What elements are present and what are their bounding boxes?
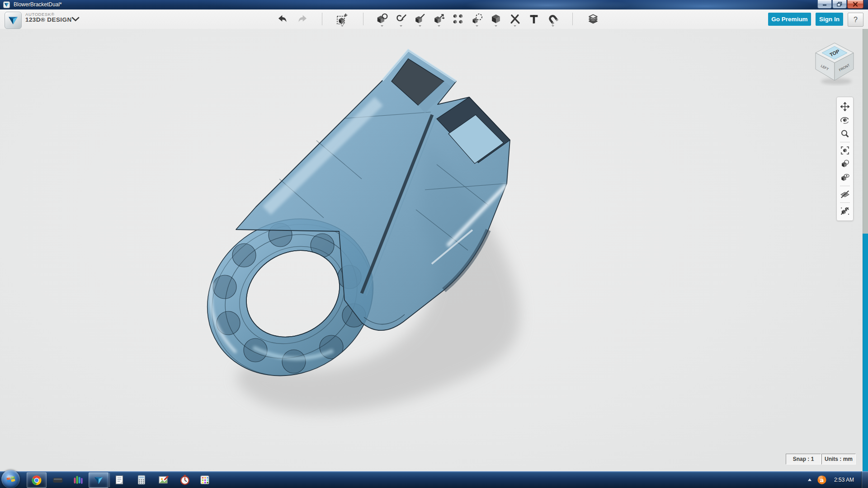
show-desktop-button[interactable] bbox=[861, 471, 868, 488]
grouping-icon bbox=[471, 13, 483, 25]
material-icon bbox=[587, 13, 599, 25]
minimize-button[interactable] bbox=[817, 0, 832, 9]
paint-icon bbox=[158, 474, 169, 485]
transform-button[interactable] bbox=[335, 11, 349, 27]
combine-icon bbox=[490, 13, 502, 25]
window-title: BlowerBracketDual* bbox=[14, 1, 62, 8]
taskbar-timer-button[interactable] bbox=[175, 472, 194, 487]
taskbar-device-button[interactable] bbox=[48, 472, 67, 487]
avast-icon: a bbox=[817, 475, 827, 485]
fit-button[interactable] bbox=[838, 144, 852, 157]
app-header: AUTODESK® 123D® DESIGN Go Premium Sign I… bbox=[0, 9, 868, 29]
taskbar-paint-button[interactable] bbox=[154, 472, 173, 487]
snap-icon bbox=[547, 13, 559, 25]
123d-logo-icon bbox=[7, 14, 19, 26]
calculator-icon bbox=[136, 474, 147, 485]
blower-bracket-model bbox=[0, 29, 868, 471]
primitives-button[interactable] bbox=[375, 11, 389, 27]
view-cube[interactable]: TOP LEFT FRONT bbox=[814, 41, 857, 86]
toolbar-separator bbox=[572, 13, 573, 25]
tray-expand-button[interactable] bbox=[805, 474, 814, 485]
taskbar-media-player-button[interactable] bbox=[69, 472, 88, 487]
units-setting[interactable]: Units : mm bbox=[821, 454, 856, 465]
primitives-icon bbox=[376, 13, 388, 25]
grid-toggle-button[interactable] bbox=[838, 188, 852, 201]
redo-button bbox=[296, 11, 310, 27]
taskbar-calculator-button[interactable] bbox=[132, 472, 151, 487]
go-premium-button[interactable]: Go Premium bbox=[768, 13, 811, 26]
desktop: BlowerBracketDual* bbox=[0, 0, 868, 488]
undo-button[interactable] bbox=[275, 11, 289, 27]
nav-separator bbox=[840, 186, 850, 186]
measure-icon bbox=[509, 13, 521, 25]
right-edge-strip-top bbox=[863, 29, 868, 234]
modify-icon bbox=[433, 13, 445, 25]
taskbar-clock[interactable]: 2:53 AM bbox=[830, 477, 859, 483]
snap-setting[interactable]: Snap : 1 bbox=[786, 454, 821, 465]
restore-button[interactable] bbox=[832, 0, 847, 9]
minimize-icon bbox=[822, 2, 827, 6]
device-icon bbox=[52, 474, 63, 485]
media-player-icon bbox=[73, 474, 84, 485]
avast-tray-button[interactable]: a bbox=[817, 475, 827, 485]
taskbar-notepad-button[interactable] bbox=[110, 472, 129, 487]
construct-icon bbox=[414, 13, 426, 25]
start-button[interactable] bbox=[1, 470, 20, 488]
material-button[interactable] bbox=[586, 11, 600, 27]
taskbar-grid-app-button[interactable] bbox=[195, 472, 214, 487]
redo-icon bbox=[297, 13, 309, 25]
text-button[interactable] bbox=[527, 11, 541, 27]
dropdown-caret-icon bbox=[381, 25, 383, 27]
close-button[interactable] bbox=[847, 0, 863, 9]
snap-button[interactable] bbox=[546, 11, 560, 27]
zoom-button[interactable] bbox=[838, 127, 852, 141]
hide-show-button[interactable] bbox=[838, 171, 852, 184]
dropdown-caret-icon bbox=[419, 25, 421, 27]
text-icon bbox=[528, 13, 540, 25]
measure-button[interactable] bbox=[508, 11, 522, 27]
grid-toggle-icon bbox=[840, 190, 849, 199]
window-titlebar[interactable]: BlowerBracketDual* bbox=[0, 0, 868, 10]
toolbar-separator bbox=[363, 13, 363, 25]
shading-button[interactable] bbox=[838, 157, 852, 171]
timer-icon bbox=[179, 474, 190, 485]
nav-separator bbox=[840, 142, 850, 142]
construct-button[interactable] bbox=[413, 11, 427, 27]
pattern-icon bbox=[452, 13, 464, 25]
pattern-button[interactable] bbox=[451, 11, 465, 27]
sign-in-button[interactable]: Sign In bbox=[816, 13, 843, 26]
shading-icon bbox=[840, 160, 849, 169]
sketch-button[interactable] bbox=[394, 11, 408, 27]
orbit-icon bbox=[840, 116, 849, 125]
orbit-button[interactable] bbox=[838, 113, 852, 127]
brand-text: AUTODESK® 123D® DESIGN bbox=[25, 12, 72, 23]
snap-toggle-icon bbox=[840, 206, 849, 216]
close-icon bbox=[853, 2, 858, 7]
right-edge-strip-accent bbox=[863, 234, 868, 471]
taskbar-chrome-button[interactable] bbox=[27, 472, 47, 488]
grouping-button[interactable] bbox=[470, 11, 484, 27]
app-menu-button[interactable] bbox=[71, 15, 80, 23]
snap-toggle-button[interactable] bbox=[838, 204, 852, 218]
combine-button[interactable] bbox=[489, 11, 503, 27]
undo-icon bbox=[276, 13, 288, 25]
toolbar-separator bbox=[322, 13, 322, 25]
123d-design-icon bbox=[93, 475, 104, 486]
viewport-canvas[interactable]: TOP LEFT FRONT Snap : 1 Units : mm bbox=[0, 29, 868, 471]
pan-button[interactable] bbox=[838, 100, 852, 113]
modify-button[interactable] bbox=[432, 11, 446, 27]
fit-icon bbox=[840, 146, 849, 155]
sketch-icon bbox=[395, 13, 407, 25]
pan-icon bbox=[840, 102, 849, 111]
tray-expand-icon bbox=[807, 478, 812, 482]
transform-icon bbox=[336, 13, 348, 25]
hide-show-icon bbox=[840, 173, 849, 182]
taskbar-123d-design-button[interactable] bbox=[89, 472, 108, 488]
help-button[interactable]: ? bbox=[848, 13, 863, 27]
zoom-icon bbox=[840, 129, 849, 138]
system-tray: a 2:53 AM bbox=[805, 471, 868, 488]
dropdown-caret-icon bbox=[495, 25, 497, 27]
windows-flag-icon bbox=[6, 474, 16, 484]
chrome-icon bbox=[31, 475, 42, 486]
windows-taskbar: a 2:53 AM bbox=[0, 471, 868, 488]
